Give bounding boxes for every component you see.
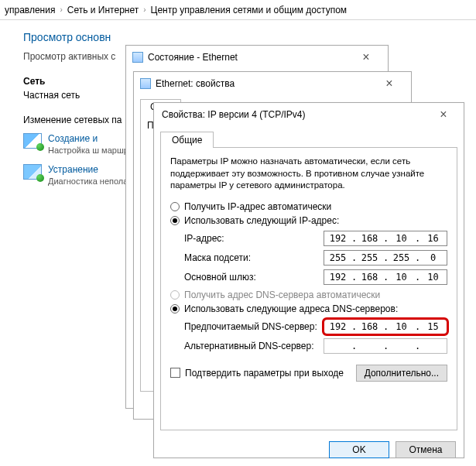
cancel-button[interactable]: Отмена [396,441,456,458]
network-setup-icon [23,133,42,149]
input-ip-address[interactable]: 192. 168. 10. 16 [324,231,447,246]
advanced-button[interactable]: Дополнительно... [356,365,447,382]
row-subnet-mask: Маска подсети: 255. 255. 255. 0 [184,250,447,266]
radio-label: Получить IP-адрес автоматически [184,201,331,212]
network-troubleshoot-icon [23,164,42,180]
label-subnet-mask: Маска подсети: [184,252,324,263]
radio-icon [170,216,180,225]
label-default-gateway: Основной шлюз: [184,272,324,283]
input-default-gateway[interactable]: 192. 168. 10. 10 [324,269,447,285]
radio-icon [170,304,180,314]
tab-general-body: Параметры IP можно назначать автоматичес… [160,147,457,430]
close-icon[interactable]: × [428,108,459,122]
breadcrumb-item[interactable]: Сеть и Интернет [67,5,139,15]
ok-button[interactable]: OK [329,441,389,458]
input-alternate-dns[interactable]: . . . [324,338,447,354]
window-ipv4-properties: Свойства: IP версии 4 (TCP/IPv4) × Общие… [153,102,464,458]
radio-label: Получить адрес DNS-сервера автоматически [184,290,380,300]
radio-ip-manual[interactable]: Использовать следующий IP-адрес: [170,215,447,226]
close-icon[interactable]: × [374,77,405,91]
input-preferred-dns[interactable]: 192. 168. 10. 15 [324,319,447,334]
radio-label: Использовать следующий IP-адрес: [184,215,339,226]
row-ip-address: IP-адрес: 192. 168. 10. 16 [184,231,447,246]
row-alternate-dns: Альтернативный DNS-сервер: . . . [184,338,447,354]
window-title: Состояние - Ethernet [148,52,238,63]
label-preferred-dns: Предпочитаемый DNS-сервер: [184,321,324,332]
breadcrumb-item[interactable]: управления [5,5,55,15]
window-title: Свойства: IP версии 4 (TCP/IPv4) [162,109,306,120]
row-default-gateway: Основной шлюз: 192. 168. 10. 10 [184,269,447,285]
window-title: Ethernet: свойства [156,78,235,89]
radio-icon [170,290,180,300]
page-heading: Просмотр основн [23,31,468,43]
row-preferred-dns: Предпочитаемый DNS-сервер: 192. 168. 10.… [184,319,447,334]
radio-dns-auto: Получить адрес DNS-сервера автоматически [170,290,447,300]
tab-general[interactable]: Общие [160,132,214,148]
label-alternate-dns: Альтернативный DNS-сервер: [184,341,324,351]
radio-dns-manual[interactable]: Использовать следующие адреса DNS-сервер… [170,303,447,314]
chevron-right-icon: › [143,5,146,14]
radio-label: Использовать следующие адреса DNS-сервер… [184,303,398,314]
breadcrumb: управления › Сеть и Интернет › Центр упр… [0,0,476,20]
radio-icon [170,202,180,211]
close-icon[interactable]: × [351,50,382,64]
ethernet-icon [132,52,143,63]
label-ip-address: IP-адрес: [184,233,324,244]
radio-ip-auto[interactable]: Получить IP-адрес автоматически [170,201,447,212]
ethernet-icon [140,78,151,89]
chevron-right-icon: › [60,5,62,14]
checkbox-label: Подтвердить параметры при выходе [185,368,344,379]
ip-help-text: Параметры IP можно назначать автоматичес… [170,156,447,192]
input-subnet-mask[interactable]: 255. 255. 255. 0 [324,250,447,266]
checkbox-validate-on-exit[interactable] [170,368,180,378]
breadcrumb-item[interactable]: Центр управления сетями и общим доступом [151,5,348,15]
